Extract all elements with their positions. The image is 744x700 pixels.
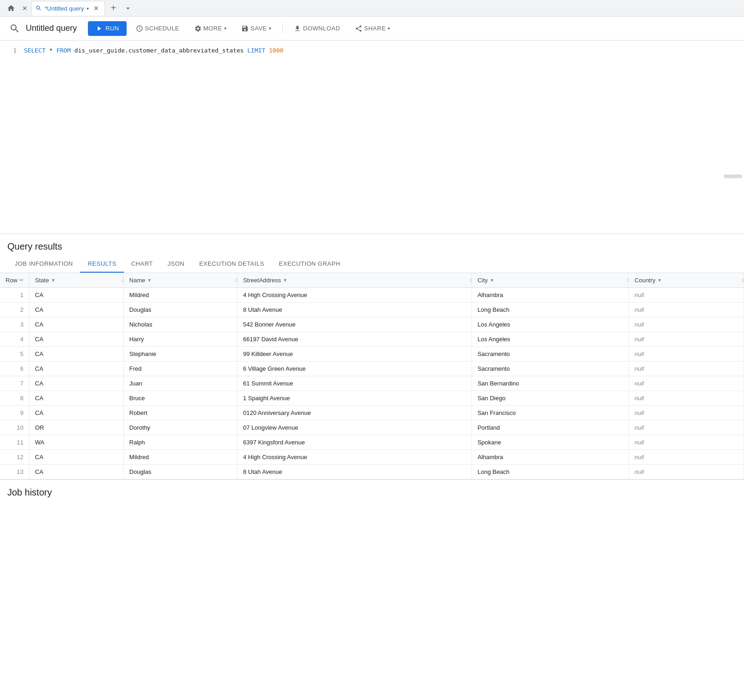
table-row: 5CAStephanie99 Killdeer AvenueSacramento… bbox=[0, 347, 744, 362]
cell-country: null bbox=[629, 420, 744, 435]
name-resize-handle[interactable]: // bbox=[235, 273, 237, 287]
tab-chart[interactable]: CHART bbox=[124, 256, 160, 273]
cell-city: Alhambra bbox=[472, 288, 629, 303]
cell-name: Mildred bbox=[123, 450, 237, 465]
col-header-state: State ▼ // bbox=[29, 273, 124, 288]
cell-country: null bbox=[629, 288, 744, 303]
cell-state: CA bbox=[29, 332, 124, 347]
download-button[interactable]: DOWNLOAD bbox=[288, 21, 346, 36]
table-row: 12CAMildred4 High Crossing AvenueAlhambr… bbox=[0, 450, 744, 465]
download-icon bbox=[294, 25, 301, 32]
active-tab[interactable]: *Untitled query ▾ ✕ bbox=[31, 1, 105, 16]
cell-row-num: 7 bbox=[0, 376, 29, 391]
table-row: 3CANicholas542 Bonner AvenueLos Angelesn… bbox=[0, 317, 744, 332]
cell-row-num: 1 bbox=[0, 288, 29, 303]
cell-row-num: 6 bbox=[0, 362, 29, 376]
cell-city: Sacramento bbox=[472, 362, 629, 376]
state-resize-handle[interactable]: // bbox=[122, 273, 123, 287]
new-tab-button[interactable]: + bbox=[107, 2, 120, 15]
gear-icon bbox=[194, 25, 202, 32]
tabs-dropdown-button[interactable] bbox=[122, 2, 134, 15]
tab-dropdown-icon[interactable]: ▾ bbox=[87, 6, 89, 11]
tab-job-information[interactable]: JOB INFORMATION bbox=[7, 256, 80, 273]
street-resize-handle[interactable]: // bbox=[470, 273, 471, 287]
share-icon bbox=[355, 25, 362, 32]
cell-row-num: 9 bbox=[0, 406, 29, 420]
cell-street: 99 Killdeer Avenue bbox=[237, 347, 471, 362]
cell-row-num: 10 bbox=[0, 420, 29, 435]
tab-search-icon bbox=[35, 5, 42, 12]
table-row: 9CARobert0120 Anniversary AvenueSan Fran… bbox=[0, 406, 744, 420]
cell-country: null bbox=[629, 465, 744, 479]
cell-city: Long Beach bbox=[472, 303, 629, 317]
results-tabs: JOB INFORMATION RESULTS CHART JSON EXECU… bbox=[0, 256, 744, 273]
tab-execution-graph[interactable]: EXECUTION GRAPH bbox=[272, 256, 348, 273]
tab-execution-details[interactable]: EXECUTION DETAILS bbox=[192, 256, 272, 273]
save-button[interactable]: SAVE ▾ bbox=[236, 21, 277, 36]
cell-street: 07 Longview Avenue bbox=[237, 420, 471, 435]
country-sort-icon[interactable]: ▼ bbox=[657, 278, 662, 283]
row-edit-icon[interactable]: ✏ bbox=[19, 277, 23, 283]
cell-street: 6397 Kingsford Avenue bbox=[237, 435, 471, 450]
street-sort-icon[interactable]: ▼ bbox=[283, 278, 287, 283]
cell-state: CA bbox=[29, 465, 124, 479]
cell-street: 0120 Anniversary Avenue bbox=[237, 406, 471, 420]
cell-street: 8 Utah Avenue bbox=[237, 465, 471, 479]
sql-star: * bbox=[46, 47, 56, 54]
city-resize-handle[interactable]: // bbox=[627, 273, 628, 287]
cell-street: 6 Village Green Avenue bbox=[237, 362, 471, 376]
cell-name: Robert bbox=[123, 406, 237, 420]
more-button[interactable]: MORE ▾ bbox=[189, 21, 232, 36]
horizontal-scrollbar[interactable] bbox=[724, 175, 742, 178]
page-title: Untitled query bbox=[26, 23, 77, 33]
share-button[interactable]: SHARE ▾ bbox=[349, 21, 396, 36]
cell-city: Portland bbox=[472, 420, 629, 435]
table-row: 1CAMildred4 High Crossing AvenueAlhambra… bbox=[0, 288, 744, 303]
cell-state: CA bbox=[29, 391, 124, 406]
cell-city: Long Beach bbox=[472, 465, 629, 479]
share-dropdown-icon: ▾ bbox=[388, 26, 390, 31]
table-header-row: Row ✏ State ▼ // Name ▼ // bbox=[0, 273, 744, 288]
col-header-country: Country ▼ // bbox=[629, 273, 744, 288]
schedule-button[interactable]: SCHEDULE bbox=[130, 21, 185, 36]
save-dropdown-icon: ▾ bbox=[269, 26, 272, 31]
tab-close-button[interactable]: ✕ bbox=[92, 4, 101, 13]
cell-country: null bbox=[629, 362, 744, 376]
run-button[interactable]: RUN bbox=[88, 21, 127, 36]
cell-row-num: 8 bbox=[0, 391, 29, 406]
cell-street: 1 Spaight Avenue bbox=[237, 391, 471, 406]
cell-name: Mildred bbox=[123, 288, 237, 303]
cell-row-num: 3 bbox=[0, 317, 29, 332]
cell-city: San Bernardino bbox=[472, 376, 629, 391]
query-results-title: Query results bbox=[0, 234, 744, 252]
cell-name: Douglas bbox=[123, 303, 237, 317]
limit-value: 1000 bbox=[269, 47, 283, 54]
cell-country: null bbox=[629, 347, 744, 362]
name-sort-icon[interactable]: ▼ bbox=[147, 278, 152, 283]
cell-name: Ralph bbox=[123, 435, 237, 450]
sql-line-1: 1 SELECT * FROM dis_user_guide.customer_… bbox=[7, 46, 737, 55]
cell-name: Bruce bbox=[123, 391, 237, 406]
cell-country: null bbox=[629, 303, 744, 317]
cell-country: null bbox=[629, 406, 744, 420]
home-button[interactable] bbox=[4, 1, 18, 16]
state-sort-icon[interactable]: ▼ bbox=[51, 278, 55, 283]
tab-results[interactable]: RESULTS bbox=[80, 256, 124, 273]
from-keyword: FROM bbox=[56, 47, 70, 54]
cell-name: Juan bbox=[123, 376, 237, 391]
cell-country: null bbox=[629, 450, 744, 465]
cell-row-num: 5 bbox=[0, 347, 29, 362]
cell-state: CA bbox=[29, 362, 124, 376]
cell-street: 61 Summit Avenue bbox=[237, 376, 471, 391]
select-keyword: SELECT bbox=[24, 47, 46, 54]
sql-editor[interactable]: 1 SELECT * FROM dis_user_guide.customer_… bbox=[0, 41, 744, 234]
country-resize-handle[interactable]: // bbox=[742, 273, 744, 287]
cell-row-num: 13 bbox=[0, 465, 29, 479]
cell-city: Los Angeles bbox=[472, 317, 629, 332]
city-sort-icon[interactable]: ▼ bbox=[490, 278, 494, 283]
home-close-icon[interactable]: ✕ bbox=[20, 4, 29, 13]
cell-city: Spokane bbox=[472, 435, 629, 450]
cell-name: Dorothy bbox=[123, 420, 237, 435]
tab-json[interactable]: JSON bbox=[160, 256, 192, 273]
col-header-street: StreetAddress ▼ // bbox=[237, 273, 471, 288]
